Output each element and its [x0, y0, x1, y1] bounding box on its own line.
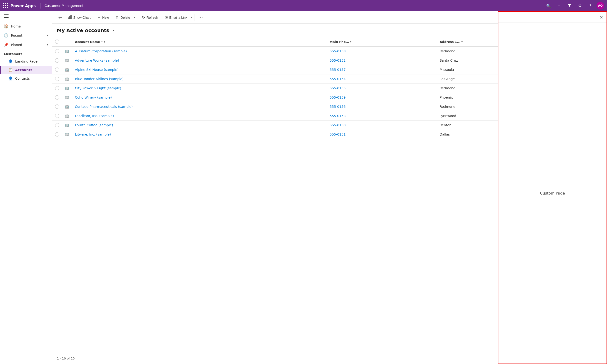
row-name-cell-6: Contoso Pharmaceuticals (sample) — [72, 102, 327, 111]
toolbar-divider-1 — [137, 14, 137, 21]
row-name-cell-1: Adventure Works (sample) — [72, 56, 327, 65]
row-phone-cell-5: 555-0159 — [327, 93, 437, 102]
custom-page-body: Custom Page — [498, 23, 607, 364]
account-name-link-6[interactable]: Contoso Pharmaceuticals (sample) — [75, 105, 133, 108]
email-link-button[interactable]: ✉ Email a Link — [162, 14, 190, 21]
home-icon: 🏠 — [4, 24, 9, 28]
entity-icon-1: 🏢 — [65, 59, 69, 62]
sidebar-toggle[interactable] — [0, 11, 52, 22]
address-sort-icon[interactable]: ▾ — [462, 40, 462, 43]
row-checkbox-cell-4[interactable] — [52, 84, 62, 93]
sidebar-item-accounts[interactable]: 📋 Accounts — [0, 66, 52, 74]
app-grid-icon[interactable] — [3, 3, 9, 9]
row-phone-cell-6: 555-0156 — [327, 102, 437, 111]
phone-link-2[interactable]: 555-0157 — [330, 68, 345, 72]
sort-dropdown-icon[interactable]: ▾ — [104, 40, 105, 43]
row-name-cell-8: Fourth Coffee (sample) — [72, 121, 327, 130]
phone-link-5[interactable]: 555-0159 — [330, 95, 345, 99]
row-phone-cell-1: 555-0152 — [327, 56, 437, 65]
new-label: New — [102, 16, 109, 19]
brand-label: Power Apps — [11, 3, 36, 8]
entity-icon-5: 🏢 — [65, 95, 69, 99]
phone-link-3[interactable]: 555-0154 — [330, 77, 345, 81]
main-phone-header[interactable]: Main Pho... ▾ — [327, 37, 437, 46]
entity-icon-header — [62, 37, 72, 46]
sidebar: 🏠 Home 🕐 Recent ▾ 📌 Pinned ▾ Customers 👤… — [0, 11, 52, 364]
row-entity-cell-8: 🏢 — [62, 121, 72, 130]
account-name-link-3[interactable]: Blue Yonder Airlines (sample) — [75, 77, 123, 81]
new-button[interactable]: ＋ New — [94, 14, 112, 21]
row-phone-cell-2: 555-0157 — [327, 65, 437, 74]
sidebar-item-pinned[interactable]: 📌 Pinned ▾ — [0, 40, 52, 49]
account-name-link-2[interactable]: Alpine Ski House (sample) — [75, 68, 119, 72]
entity-icon-8: 🏢 — [65, 123, 69, 127]
sidebar-item-landing-page[interactable]: 👤 Landing Page — [0, 57, 52, 66]
sidebar-item-home[interactable]: 🏠 Home — [0, 22, 52, 31]
global-add-button[interactable]: ＋ — [555, 1, 563, 10]
sidebar-item-contacts[interactable]: 👤 Contacts — [0, 74, 52, 83]
phone-link-8[interactable]: 555-0150 — [330, 123, 345, 127]
row-checkbox-cell-7[interactable] — [52, 111, 62, 121]
more-options-button[interactable]: ⋯ — [196, 13, 205, 22]
row-checkbox-cell-8[interactable] — [52, 121, 62, 130]
back-button[interactable]: ← — [56, 13, 64, 21]
contacts-icon: 👤 — [8, 76, 13, 80]
phone-link-6[interactable]: 555-0156 — [330, 105, 345, 108]
phone-link-7[interactable]: 555-0153 — [330, 114, 345, 118]
show-chart-button[interactable]: Show Chart — [65, 14, 93, 21]
entity-icon-0: 🏢 — [65, 49, 69, 53]
row-checkbox-cell-9[interactable] — [52, 130, 62, 139]
delete-dropdown-arrow[interactable]: ▾ — [134, 16, 135, 19]
global-filter-button[interactable] — [565, 1, 574, 10]
row-name-cell-5: Coho Winery (sample) — [72, 93, 327, 102]
row-checkbox-cell-6[interactable] — [52, 102, 62, 111]
close-panel-button[interactable]: ✕ — [598, 14, 605, 21]
account-name-link-8[interactable]: Fourth Coffee (sample) — [75, 123, 113, 127]
account-name-link-9[interactable]: Litware, Inc. (sample) — [75, 132, 111, 136]
svg-rect-4 — [69, 16, 70, 19]
account-name-link-7[interactable]: Fabrikam, Inc. (sample) — [75, 114, 114, 118]
account-name-link-1[interactable]: Adventure Works (sample) — [75, 59, 119, 62]
select-all-header[interactable] — [52, 37, 62, 46]
sidebar-item-recent[interactable]: 🕐 Recent ▾ — [0, 31, 52, 40]
delete-icon: 🗑 — [116, 15, 119, 19]
help-button[interactable]: ? — [586, 1, 595, 10]
delete-button[interactable]: 🗑 Delete — [113, 14, 133, 21]
row-checkbox-cell-1[interactable] — [52, 56, 62, 65]
row-entity-cell-9: 🏢 — [62, 130, 72, 139]
row-checkbox-cell-5[interactable] — [52, 93, 62, 102]
row-phone-cell-9: 555-0151 — [327, 130, 437, 139]
refresh-label: Refresh — [146, 16, 158, 19]
phone-link-1[interactable]: 555-0152 — [330, 59, 345, 62]
view-title: My Active Accounts — [57, 27, 109, 33]
email-icon: ✉ — [165, 15, 168, 20]
phone-link-9[interactable]: 555-0151 — [330, 132, 345, 136]
row-phone-cell-4: 555-0155 — [327, 84, 437, 93]
row-name-cell-0: A. Datum Corporation (sample) — [72, 46, 327, 56]
row-entity-cell-3: 🏢 — [62, 74, 72, 84]
refresh-button[interactable]: ↻ Refresh — [139, 14, 161, 21]
row-name-cell-2: Alpine Ski House (sample) — [72, 65, 327, 74]
user-avatar[interactable]: AO — [596, 2, 604, 10]
delete-label: Delete — [120, 16, 130, 19]
entity-icon-2: 🏢 — [65, 68, 69, 72]
email-dropdown-arrow[interactable]: ▾ — [191, 16, 192, 19]
account-name-link-4[interactable]: City Power & Light (sample) — [75, 86, 121, 90]
row-name-cell-4: City Power & Light (sample) — [72, 84, 327, 93]
show-chart-label: Show Chart — [73, 16, 91, 19]
entity-icon-9: 🏢 — [65, 132, 69, 136]
view-title-dropdown[interactable]: ▾ — [113, 29, 114, 32]
account-name-link-0[interactable]: A. Datum Corporation (sample) — [75, 49, 127, 53]
new-icon: ＋ — [97, 15, 101, 20]
account-name-header[interactable]: Account Name ↑ ▾ — [72, 37, 327, 46]
settings-button[interactable]: ⚙ — [576, 1, 584, 10]
phone-link-0[interactable]: 555-0158 — [330, 49, 345, 53]
phone-link-4[interactable]: 555-0155 — [330, 86, 345, 90]
phone-sort-icon[interactable]: ▾ — [350, 40, 351, 43]
account-name-link-5[interactable]: Coho Winery (sample) — [75, 95, 112, 99]
custom-page-header: ✕ — [498, 12, 607, 23]
global-search-button[interactable]: 🔍 — [544, 1, 553, 10]
row-checkbox-cell-2[interactable] — [52, 65, 62, 74]
row-checkbox-cell-0[interactable] — [52, 46, 62, 56]
row-checkbox-cell-3[interactable] — [52, 74, 62, 84]
